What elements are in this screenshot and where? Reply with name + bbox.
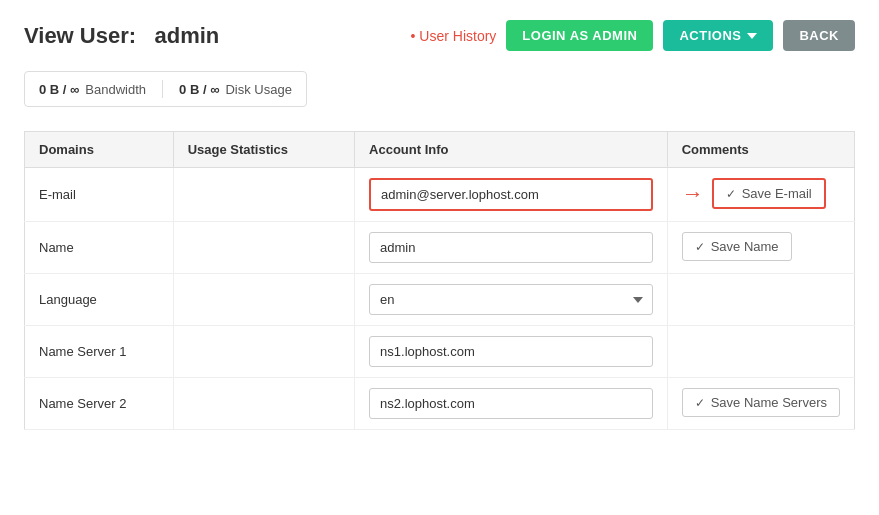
row-account [355, 326, 668, 378]
row-label: E-mail [25, 168, 174, 222]
table-row: Name Server 2✓ Save Name Servers [25, 378, 855, 430]
col-header-usage: Usage Statistics [173, 132, 354, 168]
row-usage [173, 326, 354, 378]
login-as-admin-button[interactable]: LOGIN AS ADMIN [506, 20, 653, 51]
row-comments [668, 274, 709, 294]
check-icon: ✓ [695, 240, 705, 254]
row-account [355, 222, 668, 274]
check-icon: ✓ [695, 396, 705, 410]
table-row: Name Server 1 [25, 326, 855, 378]
row-label: Name Server 1 [25, 326, 174, 378]
row-comments: ✓ Save Name Servers [668, 378, 709, 427]
col-header-account: Account Info [355, 132, 668, 168]
row-usage [173, 168, 354, 222]
row-usage [173, 274, 354, 326]
user-history-link[interactable]: User History [411, 28, 497, 44]
page-header: View User: admin User History LOGIN AS A… [24, 20, 855, 51]
select-wrapper: en [369, 284, 653, 315]
col-header-domains: Domains [25, 132, 174, 168]
header-actions: User History LOGIN AS ADMIN ACTIONS BACK [411, 20, 855, 51]
stat-divider [162, 80, 163, 98]
row-label: Name Server 2 [25, 378, 174, 430]
row-account [355, 378, 668, 430]
row-comments: ✓ Save Name [668, 222, 709, 271]
page-title: View User: admin [24, 23, 219, 49]
row-usage [173, 378, 354, 430]
row-comments [668, 326, 709, 346]
save-button[interactable]: ✓ Save Name Servers [682, 388, 840, 417]
bandwidth-label: Bandwidth [85, 82, 146, 97]
table-row: Languageen [25, 274, 855, 326]
table-row: E-mail→✓ Save E-mail [25, 168, 855, 222]
language-select[interactable]: en [369, 284, 653, 315]
arrow-indicator: → [682, 181, 704, 207]
field-input[interactable] [369, 388, 653, 419]
back-button[interactable]: BACK [783, 20, 855, 51]
table-header-row: Domains Usage Statistics Account Info Co… [25, 132, 855, 168]
stats-bar: 0 B / ∞ Bandwidth 0 B / ∞ Disk Usage [24, 71, 307, 107]
field-input[interactable] [369, 336, 653, 367]
check-icon: ✓ [726, 187, 736, 201]
info-table: Domains Usage Statistics Account Info Co… [24, 131, 855, 430]
disk-value: 0 B / ∞ [179, 82, 219, 97]
actions-button[interactable]: ACTIONS [663, 20, 773, 51]
table-row: Name✓ Save Name [25, 222, 855, 274]
chevron-down-icon [747, 33, 757, 39]
row-comments: →✓ Save E-mail [668, 168, 709, 219]
bandwidth-stat: 0 B / ∞ Bandwidth [39, 82, 146, 97]
disk-stat: 0 B / ∞ Disk Usage [179, 82, 292, 97]
row-account [355, 168, 668, 222]
row-usage [173, 222, 354, 274]
row-account: en [355, 274, 668, 326]
row-label: Name [25, 222, 174, 274]
disk-label: Disk Usage [225, 82, 291, 97]
bandwidth-value: 0 B / ∞ [39, 82, 79, 97]
row-label: Language [25, 274, 174, 326]
save-button[interactable]: ✓ Save Name [682, 232, 792, 261]
field-input[interactable] [369, 232, 653, 263]
field-input[interactable] [369, 178, 653, 211]
save-button[interactable]: ✓ Save E-mail [712, 178, 826, 209]
col-header-comments: Comments [667, 132, 854, 168]
